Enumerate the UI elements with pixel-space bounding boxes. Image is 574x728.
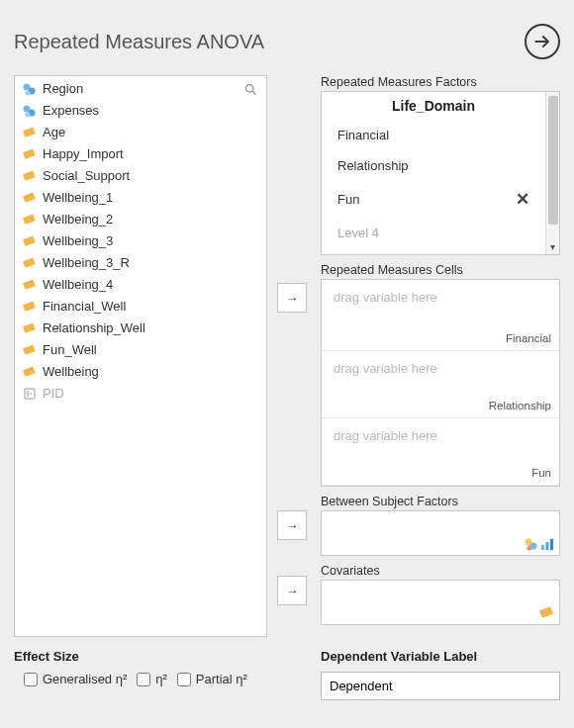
rm-cell[interactable]: drag variable here Relationship: [322, 351, 559, 418]
variable-item[interactable]: Relationship_Well: [15, 318, 266, 339]
rm-factor-level[interactable]: Relationship: [322, 150, 545, 181]
rm-factor-level-placeholder[interactable]: Level 4: [322, 218, 545, 248]
rm-cells-label: Repeated Measures Cells: [321, 263, 560, 277]
variable-item[interactable]: Wellbeing_4: [15, 274, 266, 296]
svg-rect-11: [23, 215, 36, 225]
variable-item[interactable]: Expenses: [15, 100, 266, 122]
page-title: Repeated Measures ANOVA: [14, 31, 264, 53]
chevron-down-icon[interactable]: ▾: [550, 241, 555, 252]
drag-placeholder: drag variable here: [334, 428, 547, 443]
variable-name: PID: [43, 385, 64, 403]
continuous-type-icon: [539, 605, 554, 620]
dep-var-input[interactable]: [321, 672, 560, 700]
svg-rect-18: [23, 367, 36, 377]
rm-cell-label: Relationship: [489, 400, 551, 411]
rm-cell-label: Fun: [531, 467, 551, 479]
continuous-type-icon: [23, 147, 37, 161]
svg-point-3: [26, 91, 31, 96]
dep-var-label: Dependent Variable Label: [321, 649, 560, 664]
drag-placeholder: drag variable here: [334, 290, 547, 305]
svg-rect-12: [23, 236, 36, 246]
variable-name: Social_Support: [43, 167, 130, 185]
move-to-covariates-button[interactable]: →: [277, 576, 307, 605]
svg-rect-15: [23, 302, 36, 312]
svg-point-6: [26, 113, 31, 118]
svg-rect-8: [23, 149, 36, 159]
continuous-type-icon: [23, 126, 37, 139]
continuous-type-icon: [23, 191, 37, 205]
run-arrow-button[interactable]: [525, 24, 560, 59]
svg-rect-25: [550, 539, 553, 550]
drag-placeholder: drag variable here: [334, 361, 547, 376]
variable-name: Wellbeing_2: [43, 211, 113, 228]
variable-name: Fun_Well: [43, 341, 97, 359]
continuous-type-icon: [23, 256, 37, 270]
arrow-right-icon: →: [286, 291, 299, 306]
continuous-type-icon: [23, 169, 37, 183]
variable-name: Wellbeing_3: [43, 232, 113, 250]
ordinal-type-icon: [540, 537, 554, 551]
scrollbar[interactable]: ▾: [545, 92, 559, 254]
between-factors-panel[interactable]: [321, 510, 560, 556]
continuous-type-icon: [23, 278, 37, 292]
variable-item[interactable]: Wellbeing_3: [15, 230, 266, 252]
nominal-type-icon: [23, 82, 37, 96]
rm-factor-name[interactable]: Life_Domain: [322, 92, 545, 120]
continuous-type-icon: [23, 234, 37, 248]
rm-factors-panel[interactable]: Life_Domain Financial Relationship Fun✕ …: [321, 91, 560, 255]
svg-rect-26: [539, 606, 553, 618]
variable-item[interactable]: Wellbeing: [15, 361, 266, 383]
covariates-label: Covariates: [321, 564, 560, 578]
id-type-icon: [23, 387, 37, 401]
variable-name: Age: [43, 124, 65, 141]
partial-eta-checkbox[interactable]: Partial η²: [177, 672, 247, 686]
search-icon[interactable]: [243, 82, 258, 100]
continuous-type-icon: [23, 300, 37, 314]
variable-name: Happy_Import: [43, 145, 124, 163]
variable-item[interactable]: Wellbeing_1: [15, 187, 266, 209]
svg-rect-17: [23, 345, 36, 355]
rm-factors-label: Repeated Measures Factors: [321, 75, 560, 89]
svg-rect-16: [23, 323, 36, 333]
variable-name: Wellbeing_1: [43, 189, 113, 207]
move-to-between-button[interactable]: →: [277, 510, 307, 540]
rm-factor-level[interactable]: Fun✕: [322, 181, 545, 218]
svg-rect-14: [23, 280, 36, 290]
variable-item[interactable]: Happy_Import: [15, 143, 266, 165]
eta-checkbox[interactable]: η²: [137, 672, 167, 686]
generalised-eta-checkbox[interactable]: Generalised η²: [24, 672, 127, 686]
variable-item[interactable]: Fun_Well: [15, 339, 266, 361]
arrow-right-icon: →: [286, 518, 299, 533]
variable-item[interactable]: Region: [15, 78, 266, 100]
variable-item[interactable]: Social_Support: [15, 165, 266, 187]
variable-item[interactable]: Financial_Well: [15, 296, 266, 318]
variable-list-panel[interactable]: RegionExpensesAgeHappy_ImportSocial_Supp…: [14, 75, 267, 637]
variable-name: Wellbeing: [43, 363, 99, 381]
effect-size-label: Effect Size: [14, 649, 311, 664]
covariates-panel[interactable]: [321, 580, 560, 625]
variable-name: Wellbeing_3_R: [43, 254, 130, 272]
svg-point-0: [246, 85, 254, 93]
variable-name: Relationship_Well: [43, 319, 145, 337]
rm-cell[interactable]: drag variable here Fun: [322, 418, 559, 486]
move-to-cells-button[interactable]: →: [277, 283, 307, 313]
variable-name: Wellbeing_4: [43, 276, 113, 294]
variable-item[interactable]: Wellbeing_3_R: [15, 252, 266, 274]
variable-name: Expenses: [43, 102, 99, 120]
svg-point-22: [527, 546, 532, 551]
continuous-type-icon: [23, 365, 37, 379]
rm-cell-label: Financial: [506, 332, 551, 344]
variable-item[interactable]: PID: [15, 383, 266, 405]
svg-rect-10: [23, 193, 36, 203]
rm-cell[interactable]: drag variable here Financial: [322, 280, 559, 351]
nominal-type-icon: [525, 537, 538, 551]
svg-rect-23: [541, 545, 544, 550]
continuous-type-icon: [23, 321, 37, 335]
rm-factor-level[interactable]: Financial: [322, 120, 545, 150]
variable-item[interactable]: Age: [15, 122, 266, 143]
rm-cells-panel[interactable]: drag variable here Financial drag variab…: [321, 279, 560, 487]
svg-rect-13: [23, 258, 36, 268]
remove-level-icon[interactable]: ✕: [516, 189, 529, 210]
variable-item[interactable]: Wellbeing_2: [15, 209, 266, 230]
continuous-type-icon: [23, 213, 37, 227]
